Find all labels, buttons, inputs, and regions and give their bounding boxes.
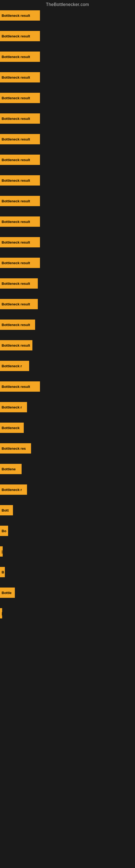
bar-label-4: Bottleneck result bbox=[2, 96, 30, 100]
bar-row-21: Bottleneck res bbox=[0, 443, 135, 464]
bar-label-26: | bbox=[2, 550, 3, 554]
bar-row-3: Bottleneck result bbox=[0, 72, 135, 93]
bar-label-6: Bottleneck result bbox=[2, 137, 30, 141]
site-title: TheBottlenecker.com bbox=[0, 0, 135, 10]
bar-label-11: Bottleneck result bbox=[2, 240, 30, 244]
bar-row-19: Bottleneck r bbox=[0, 402, 135, 423]
bar-row-16: Bottleneck result bbox=[0, 340, 135, 361]
bar-label-28: Bottle bbox=[2, 591, 12, 595]
bar-label-3: Bottleneck result bbox=[2, 75, 30, 80]
bar-row-9: Bottleneck result bbox=[0, 196, 135, 216]
bar-label-15: Bottleneck result bbox=[2, 323, 30, 327]
bar-row-23: Bottleneck r bbox=[0, 485, 135, 505]
bar-row-5: Bottleneck result bbox=[0, 113, 135, 134]
bar-label-23: Bottleneck r bbox=[2, 488, 22, 492]
bar-row-29: | bbox=[0, 608, 135, 629]
bar-label-20: Bottleneck bbox=[2, 426, 19, 430]
bar-label-1: Bottleneck result bbox=[2, 34, 30, 38]
bar-label-22: Bottlene bbox=[2, 467, 16, 471]
bar-label-24: Bott bbox=[2, 508, 9, 513]
bar-label-19: Bottleneck r bbox=[2, 405, 22, 409]
bar-row-18: Bottleneck result bbox=[0, 381, 135, 402]
bar-row-7: Bottleneck result bbox=[0, 155, 135, 175]
bar-label-21: Bottleneck res bbox=[2, 446, 26, 451]
bar-label-27: B bbox=[2, 570, 4, 574]
bars-container: Bottleneck resultBottleneck resultBottle… bbox=[0, 10, 135, 629]
bar-label-13: Bottleneck result bbox=[2, 282, 30, 286]
bar-row-1: Bottleneck result bbox=[0, 31, 135, 52]
bar-row-10: Bottleneck result bbox=[0, 216, 135, 237]
bar-label-0: Bottleneck result bbox=[2, 13, 30, 18]
bar-row-25: Bo bbox=[0, 526, 135, 546]
bar-label-12: Bottleneck result bbox=[2, 261, 30, 265]
bar-label-2: Bottleneck result bbox=[2, 55, 30, 59]
bar-row-13: Bottleneck result bbox=[0, 278, 135, 299]
bar-label-5: Bottleneck result bbox=[2, 117, 30, 121]
bar-row-26: | bbox=[0, 546, 135, 567]
bar-row-6: Bottleneck result bbox=[0, 134, 135, 155]
bar-label-10: Bottleneck result bbox=[2, 220, 30, 224]
bar-label-29: | bbox=[2, 611, 2, 616]
bar-row-15: Bottleneck result bbox=[0, 319, 135, 340]
bar-label-18: Bottleneck result bbox=[2, 384, 30, 389]
bar-label-9: Bottleneck result bbox=[2, 199, 30, 203]
bar-row-14: Bottleneck result bbox=[0, 299, 135, 319]
bar-row-8: Bottleneck result bbox=[0, 175, 135, 196]
bar-row-22: Bottlene bbox=[0, 464, 135, 485]
bar-row-2: Bottleneck result bbox=[0, 52, 135, 72]
bar-label-7: Bottleneck result bbox=[2, 158, 30, 162]
bar-label-16: Bottleneck result bbox=[2, 343, 30, 347]
bar-row-27: B bbox=[0, 567, 135, 588]
bar-row-28: Bottle bbox=[0, 588, 135, 608]
bar-label-17: Bottleneck r bbox=[2, 364, 22, 368]
bar-row-24: Bott bbox=[0, 505, 135, 526]
bar-label-14: Bottleneck result bbox=[2, 302, 30, 306]
bar-label-8: Bottleneck result bbox=[2, 179, 30, 183]
bar-row-0: Bottleneck result bbox=[0, 10, 135, 31]
bar-row-17: Bottleneck r bbox=[0, 361, 135, 381]
bar-row-20: Bottleneck bbox=[0, 423, 135, 443]
bar-row-12: Bottleneck result bbox=[0, 258, 135, 278]
bar-row-4: Bottleneck result bbox=[0, 93, 135, 113]
bar-row-11: Bottleneck result bbox=[0, 237, 135, 258]
bar-label-25: Bo bbox=[2, 529, 6, 533]
